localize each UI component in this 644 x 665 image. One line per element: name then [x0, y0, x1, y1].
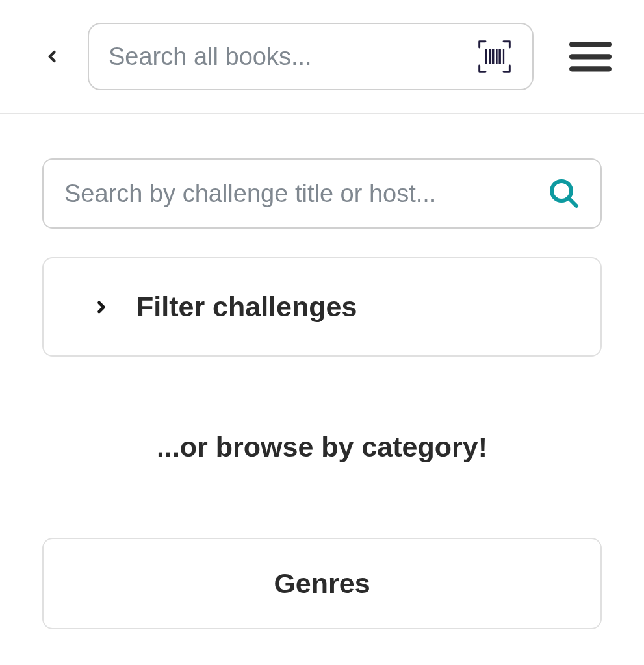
hamburger-menu-icon — [569, 41, 612, 73]
barcode-icon — [476, 38, 513, 75]
challenge-search-button[interactable] — [548, 178, 580, 209]
filter-challenges-label: Filter challenges — [136, 291, 357, 323]
global-search-input[interactable] — [109, 43, 476, 71]
main-content: Filter challenges ...or browse by catego… — [0, 114, 644, 629]
search-icon — [548, 178, 580, 209]
category-genres-label: Genres — [274, 568, 370, 599]
chevron-right-icon — [92, 294, 110, 320]
back-button[interactable] — [36, 40, 68, 73]
global-search-box[interactable] — [88, 23, 534, 90]
svg-line-10 — [569, 198, 576, 206]
menu-button[interactable] — [569, 40, 612, 73]
header-bar — [0, 0, 644, 114]
challenge-search-box[interactable] — [42, 158, 602, 229]
browse-category-heading: ...or browse by category! — [42, 431, 602, 463]
filter-challenges-button[interactable]: Filter challenges — [42, 257, 602, 357]
chevron-left-icon — [43, 43, 61, 70]
category-genres-button[interactable]: Genres — [42, 538, 602, 629]
challenge-search-input[interactable] — [64, 180, 548, 208]
barcode-scan-button[interactable] — [476, 38, 513, 75]
